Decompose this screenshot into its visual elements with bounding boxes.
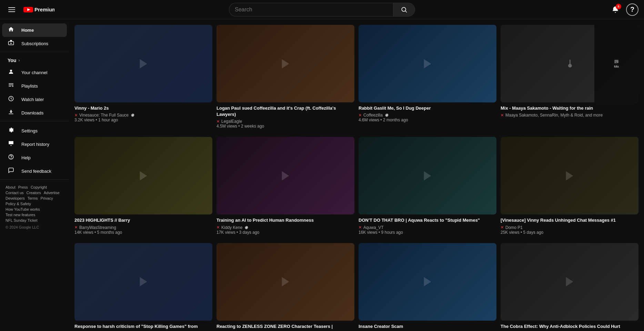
footer-press[interactable]: Press	[18, 185, 28, 189]
header-center	[74, 3, 570, 17]
video-channel[interactable]: ✕ Domo P1	[501, 225, 627, 230]
channel-name: Maaya Sakamoto, SennaRin, Myth & Roid, a…	[505, 113, 603, 118]
video-channel[interactable]: ✕ Coffeezilla	[359, 113, 485, 118]
video-stats: 4.5M views • 2 weeks ago	[217, 124, 343, 129]
svg-marker-31	[282, 277, 289, 287]
footer-nfl[interactable]: NFL Sunday Ticket	[6, 218, 38, 222]
subscriptions-label: Subscriptions	[21, 41, 48, 46]
video-channel[interactable]: ✕ LegalEagle	[217, 119, 343, 124]
video-meta: Reacting to ZENLESS ZONE ZERO Character …	[217, 323, 343, 331]
sidebar-you-section: You › Your channel Playlists Watch later	[0, 53, 69, 121]
sidebar-item-home[interactable]: Home	[2, 23, 67, 37]
svg-rect-0	[8, 7, 15, 8]
video-channel[interactable]: ✕ Maaya Sakamoto, SennaRin, Myth & Roid,…	[501, 113, 627, 118]
sidebar-item-settings[interactable]: Settings	[2, 124, 67, 138]
svg-marker-25	[617, 62, 618, 63]
sidebar-item-report-history[interactable]: Report history	[2, 138, 67, 151]
footer-developers[interactable]: Developers	[6, 196, 25, 200]
svg-marker-26	[140, 171, 147, 180]
video-channel[interactable]: ✕ BarryWasStreaming	[74, 225, 201, 230]
footer-links: About Press Copyright Contact us Creator…	[6, 185, 63, 222]
sidebar-item-your-channel[interactable]: Your channel	[2, 66, 67, 79]
search-input[interactable]	[229, 3, 393, 17]
you-label: You	[8, 58, 16, 63]
footer-terms[interactable]: Terms	[28, 196, 38, 200]
video-meta: DON'T DO THAT BRO | Aquwa Reacts to "Stu…	[359, 217, 485, 234]
footer-test-features[interactable]: Test new features	[6, 213, 35, 217]
channel-x-icon: ✕	[74, 113, 78, 118]
video-card[interactable]: 2023 HIGHLIGHTS // Barry ✕ BarryWasStrea…	[74, 137, 212, 237]
video-card[interactable]: Rabbit Gaslit Me, So I Dug Deeper ✕ Coff…	[359, 25, 496, 131]
video-card[interactable]: Mix Mix - Maaya Sakamoto - Waiting for t…	[501, 25, 638, 131]
video-card[interactable]: Training an AI to Predict Human Randomne…	[217, 137, 354, 237]
video-thumbnail	[217, 25, 354, 102]
channel-x-icon: ✕	[217, 119, 220, 124]
video-stats: 4.6M views • 2 months ago	[359, 118, 485, 122]
youtube-logo[interactable]: Premium	[23, 6, 54, 13]
settings-label: Settings	[21, 128, 38, 133]
video-channel[interactable]: ✕ Vinesauce: The Full Sauce	[74, 113, 201, 118]
video-thumbnail	[217, 243, 354, 321]
video-meta: Logan Paul sued Coffeezilla and it's Cra…	[217, 105, 343, 129]
video-title: Reacting to ZENLESS ZONE ZERO Character …	[217, 323, 343, 331]
sidebar-item-help[interactable]: Help	[2, 151, 67, 164]
video-meta: Insane Creator Scam ✕ Coffeezilla 6.8M v…	[359, 323, 485, 331]
svg-text:Premium: Premium	[34, 7, 54, 12]
search-button[interactable]	[393, 3, 415, 17]
video-thumbnail	[217, 137, 354, 214]
sidebar-you-button[interactable]: You ›	[2, 55, 67, 66]
sidebar-item-downloads[interactable]: Downloads	[2, 106, 67, 120]
video-card[interactable]: [Vinesauce] Vinny Reads Unhinged Chat Me…	[501, 137, 638, 237]
svg-marker-32	[424, 277, 431, 287]
svg-rect-22	[614, 60, 618, 60]
svg-rect-1	[8, 9, 15, 10]
video-channel[interactable]: ✕ Aquwa_VT	[359, 225, 485, 230]
footer-advertise[interactable]: Advertise	[44, 191, 60, 195]
menu-button[interactable]	[6, 3, 18, 16]
video-meta: 2023 HIGHLIGHTS // Barry ✕ BarryWasStrea…	[74, 217, 201, 234]
notification-badge: 5	[616, 4, 621, 9]
sidebar-item-send-feedback[interactable]: Send feedback	[2, 164, 67, 178]
video-title: Logan Paul sued Coffeezilla and it's Cra…	[217, 105, 343, 118]
sidebar-item-subscriptions[interactable]: Subscriptions	[2, 37, 67, 50]
video-thumbnail	[74, 137, 212, 214]
video-title: Training an AI to Predict Human Randomne…	[217, 217, 343, 223]
channel-name: Coffeezilla	[363, 113, 383, 118]
footer-how-works[interactable]: How YouTube works	[6, 207, 40, 211]
video-card[interactable]: Reacting to ZENLESS ZONE ZERO Character …	[217, 243, 354, 331]
video-card[interactable]: Vinny - Mario 2s ✕ Vinesauce: The Full S…	[74, 25, 212, 131]
video-card[interactable]: Logan Paul sued Coffeezilla and it's Cra…	[217, 25, 354, 131]
svg-marker-20	[282, 59, 289, 68]
footer-privacy[interactable]: Privacy	[41, 196, 53, 200]
video-info: Insane Creator Scam ✕ Coffeezilla 6.8M v…	[359, 321, 496, 331]
footer-contact[interactable]: Contact us	[6, 191, 24, 195]
video-title: DON'T DO THAT BRO | Aquwa Reacts to "Stu…	[359, 217, 485, 223]
footer-copyright-year: © 2024 Google LLC	[6, 225, 63, 229]
sidebar-item-playlists[interactable]: Playlists	[2, 79, 67, 93]
video-card[interactable]: DON'T DO THAT BRO | Aquwa Reacts to "Stu…	[359, 137, 496, 237]
video-card[interactable]: Response to harsh criticism of "Stop Kil…	[74, 243, 212, 331]
sidebar-item-watch-later[interactable]: Watch later	[2, 93, 67, 106]
svg-point-18	[11, 158, 11, 158]
video-info: Vinny - Mario 2s ✕ Vinesauce: The Full S…	[74, 102, 212, 125]
channel-name: BarryWasStreaming	[79, 225, 116, 230]
video-channel[interactable]: ✕ Kiddy Kene	[217, 225, 343, 230]
video-meta: Mix - Maaya Sakamoto - Waiting for the r…	[501, 105, 627, 118]
search-icon	[401, 6, 407, 13]
notifications-button[interactable]: 5	[609, 3, 622, 16]
header: Premium 5 ?	[0, 0, 644, 19]
video-stats: 25K views • 5 days ago	[501, 230, 627, 235]
sidebar-footer: About Press Copyright Contact us Creator…	[0, 181, 69, 233]
video-meta: Rabbit Gaslit Me, So I Dug Deeper ✕ Coff…	[359, 105, 485, 122]
video-meta: [Vinesauce] Vinny Reads Unhinged Chat Me…	[501, 217, 627, 234]
footer-policy[interactable]: Policy & Safety	[6, 202, 31, 206]
footer-about[interactable]: About	[6, 185, 16, 189]
footer-creators[interactable]: Creators	[27, 191, 41, 195]
footer-copyright[interactable]: Copyright	[31, 185, 47, 189]
video-card[interactable]: The Cobra Effect: Why Anti-Adblock Polic…	[501, 243, 638, 331]
video-card[interactable]: Insane Creator Scam ✕ Coffeezilla 6.8M v…	[359, 243, 496, 331]
video-stats: 14K views • 5 months ago	[74, 230, 201, 235]
playlists-label: Playlists	[21, 83, 38, 89]
help-button[interactable]: ?	[626, 3, 638, 16]
watch-later-icon	[8, 96, 14, 103]
